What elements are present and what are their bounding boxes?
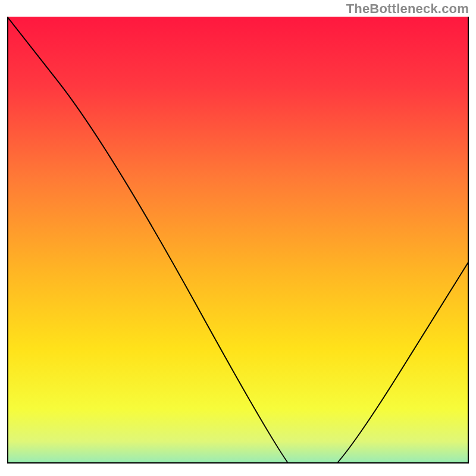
axis-right [468, 17, 469, 464]
bottleneck-curve [7, 17, 469, 463]
watermark-text: TheBottleneck.com [346, 1, 469, 17]
axis-left [7, 17, 8, 464]
axis-bottom [7, 462, 469, 464]
plot-area [7, 17, 469, 463]
curve-layer [7, 17, 469, 463]
chart-stage: TheBottleneck.com [0, 0, 476, 476]
